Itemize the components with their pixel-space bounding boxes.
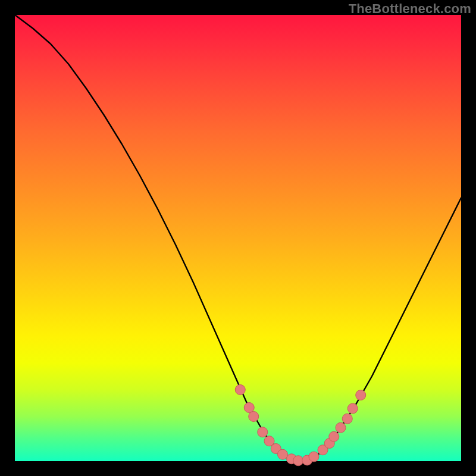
highlight-dot xyxy=(249,412,259,422)
chart-svg xyxy=(15,15,461,461)
highlight-dots xyxy=(235,385,366,466)
chart-container: TheBottleneck.com xyxy=(0,0,476,476)
highlight-dot xyxy=(329,431,339,441)
highlight-dot xyxy=(336,422,346,433)
highlight-dot xyxy=(235,385,245,395)
highlight-dot xyxy=(356,390,366,400)
highlight-dot xyxy=(258,427,268,437)
highlight-dot xyxy=(244,403,254,413)
highlight-dot xyxy=(347,403,358,414)
highlight-dot xyxy=(309,452,319,462)
highlight-dot xyxy=(342,414,352,424)
highlight-dot xyxy=(293,456,303,466)
highlight-dot xyxy=(278,449,288,459)
plot-area xyxy=(15,15,461,461)
